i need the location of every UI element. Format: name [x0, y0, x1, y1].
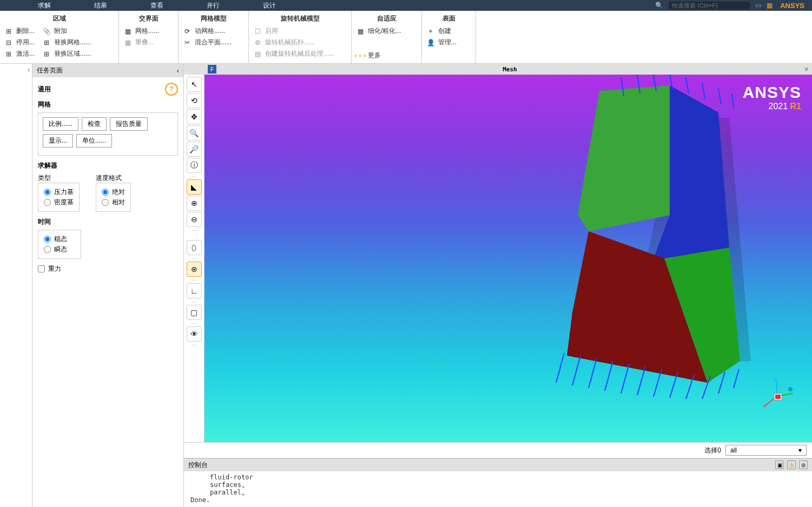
- mix-icon: ✂: [183, 38, 192, 47]
- more-icon: ∘∘∘: [356, 51, 365, 60]
- svg-line-15: [572, 356, 580, 385]
- toolbar-handle-3[interactable]: ⋯: [189, 256, 199, 261]
- shade-tool[interactable]: ⊛: [187, 262, 202, 277]
- ansys-watermark: ANSYS 2021 R1: [743, 83, 801, 111]
- probe-tool[interactable]: ◣: [187, 179, 202, 195]
- toolbar-handle-6[interactable]: ⋯: [189, 321, 199, 325]
- view-tool-1[interactable]: ⬯: [187, 240, 202, 255]
- svg-line-19: [637, 366, 645, 395]
- menu-parallel[interactable]: 并行: [207, 1, 220, 10]
- selection-bar: 选择0 all▾: [184, 442, 812, 458]
- selection-dropdown[interactable]: all▾: [725, 445, 807, 456]
- svg-marker-1: [578, 85, 670, 231]
- report-quality-button[interactable]: 报告质量: [110, 117, 148, 131]
- toolbar-handle-1[interactable]: ⋯: [189, 174, 199, 178]
- menu-view[interactable]: 查看: [150, 1, 163, 10]
- 3d-viewport[interactable]: ANSYS 2021 R1: [204, 75, 812, 442]
- clipboard-tool[interactable]: ▢: [187, 305, 202, 320]
- gravity-checkbox[interactable]: 重力: [38, 264, 178, 273]
- viewport-fullscreen-icon[interactable]: F: [208, 65, 216, 74]
- viewport-close-button[interactable]: ×: [801, 65, 812, 74]
- menu-results[interactable]: 结果: [94, 1, 107, 10]
- interface-mesh-button[interactable]: ▦网格......: [123, 26, 174, 36]
- enable-turbo-checkbox[interactable]: ☐启用: [253, 26, 347, 36]
- refine-icon: ▦: [356, 27, 365, 36]
- display-mesh-button[interactable]: 显示...: [43, 134, 73, 148]
- chevron-down-icon: ▾: [798, 446, 802, 454]
- refine-coarsen-button[interactable]: ▦细化/粗化...: [356, 26, 417, 36]
- plus-box-icon: ⊞: [4, 50, 13, 58]
- manage-surface-button[interactable]: 👤管理...: [426, 38, 471, 47]
- svg-line-13: [732, 94, 734, 108]
- replace-region-button[interactable]: ⊞替换区域......: [42, 49, 91, 58]
- ansys-logo: ANSYS: [778, 2, 807, 10]
- viewport-title: Mesh: [219, 66, 801, 73]
- grid-icon[interactable]: ▦: [767, 2, 773, 9]
- toolbar-handle-4[interactable]: ⋯: [189, 278, 199, 282]
- info-tool[interactable]: ⓘ: [187, 158, 202, 173]
- console-output[interactable]: fluid-rotor surfaces, parallel, Done.: [184, 471, 812, 507]
- svg-line-18: [621, 364, 629, 393]
- svg-line-17: [605, 361, 613, 391]
- select-tool[interactable]: ↖: [187, 77, 202, 92]
- zoom-box-tool[interactable]: 🔍: [187, 125, 202, 141]
- zoom-tool[interactable]: 🔎: [187, 142, 202, 157]
- steady-radio[interactable]: 稳态: [44, 235, 75, 244]
- visibility-tool[interactable]: 👁: [187, 326, 202, 342]
- region-icon: ⊞: [42, 50, 51, 58]
- zoom-out-tool[interactable]: ⊖: [187, 212, 202, 227]
- plot-axis-tool[interactable]: ∟: [187, 283, 202, 298]
- solver-type-label: 类型: [38, 174, 80, 183]
- plus-icon: +: [426, 27, 435, 36]
- svg-line-11: [702, 83, 705, 99]
- ribbon-group-mesh-model: 网格模型: [183, 12, 244, 26]
- menu-design[interactable]: 设计: [263, 1, 276, 10]
- scale-button[interactable]: 比例......: [43, 117, 78, 131]
- svg-line-10: [686, 77, 689, 94]
- transient-radio[interactable]: 瞬态: [44, 245, 75, 254]
- toolbar-handle-2[interactable]: ⋯: [189, 228, 199, 232]
- turbo-topology-button[interactable]: ⚙旋转机械拓扑......: [253, 38, 347, 47]
- toolbar-handle-7[interactable]: ⋯: [189, 343, 199, 347]
- activate-button[interactable]: ⊞激活...: [4, 49, 35, 58]
- units-button[interactable]: 单位......: [76, 134, 112, 148]
- density-based-radio[interactable]: 密度基: [44, 198, 74, 207]
- append-button[interactable]: 📎附加: [42, 26, 91, 36]
- pan-tool[interactable]: ✥: [187, 109, 202, 124]
- absolute-velocity-radio[interactable]: 绝对: [102, 188, 125, 197]
- time-section-label: 时间: [38, 217, 178, 226]
- turbo-postproc-button[interactable]: ▤创建旋转机械后处理......: [253, 49, 347, 58]
- collapse-icon[interactable]: ‹: [177, 67, 179, 75]
- create-surface-button[interactable]: +创建: [426, 26, 471, 36]
- menu-solve[interactable]: 求解: [38, 1, 51, 10]
- relative-velocity-radio[interactable]: 相对: [102, 198, 125, 207]
- ribbon-group-adapt: 自适应: [356, 12, 417, 26]
- console-panel: 控制台 ▣ ⚠ ⊘ fluid-rotor surfaces, parallel…: [184, 458, 812, 507]
- svg-line-25: [734, 369, 739, 388]
- delete-icon: ⊞: [4, 27, 13, 36]
- check-button[interactable]: 检查: [82, 117, 107, 131]
- left-collapse-bar[interactable]: ‹: [0, 64, 32, 507]
- ribbon-group-region: 区域: [4, 12, 114, 26]
- mixing-plane-button[interactable]: ✂混合平面......: [183, 38, 244, 47]
- more-adapt-button[interactable]: ∘∘∘更多: [356, 51, 417, 60]
- deactivate-button[interactable]: ⊟停用...: [4, 38, 35, 47]
- dynamic-mesh-button[interactable]: ⟳动网格......: [183, 26, 244, 36]
- svg-line-24: [718, 372, 725, 393]
- delete-region-button[interactable]: ⊞删除...: [4, 26, 35, 36]
- replace-mesh-button[interactable]: ⊞替换网格......: [42, 38, 91, 47]
- overlap-button[interactable]: ▦重叠...: [123, 38, 174, 47]
- help-button[interactable]: ?: [165, 83, 178, 96]
- svg-line-14: [556, 353, 564, 383]
- quick-search-input[interactable]: [669, 2, 750, 9]
- console-clear-icon[interactable]: ⊘: [799, 461, 808, 469]
- layout-icon[interactable]: ▭: [755, 2, 761, 9]
- console-max-icon[interactable]: ▣: [775, 461, 784, 469]
- fit-tool[interactable]: ⊕: [187, 196, 202, 211]
- pressure-based-radio[interactable]: 压力基: [44, 188, 74, 197]
- checkbox-icon: ☐: [253, 27, 262, 36]
- dynamic-icon: ⟳: [183, 27, 192, 36]
- console-warning-icon[interactable]: ⚠: [787, 461, 796, 469]
- rotate-tool[interactable]: ⟲: [187, 93, 202, 108]
- toolbar-handle-5[interactable]: ⋯: [189, 299, 199, 304]
